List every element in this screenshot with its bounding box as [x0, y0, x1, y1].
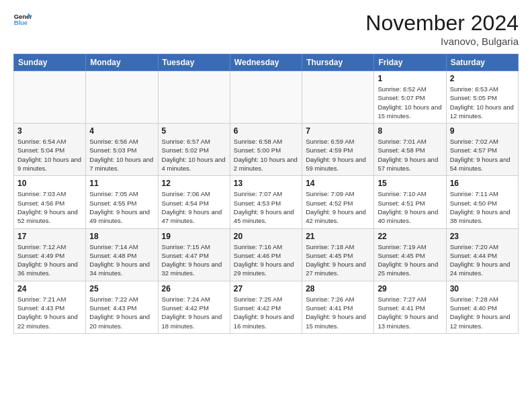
page: General Blue November 2024 Ivanovo, Bulg…	[0, 0, 532, 340]
day-number: 27	[234, 284, 298, 293]
day-info: Sunrise: 7:06 AM Sunset: 4:54 PM Dayligh…	[162, 189, 226, 225]
day-number: 8	[378, 126, 442, 136]
day-cell	[158, 71, 230, 124]
header-row: Sunday Monday Tuesday Wednesday Thursday…	[14, 54, 519, 71]
day-info: Sunrise: 7:26 AM Sunset: 4:41 PM Dayligh…	[306, 295, 370, 330]
day-cell: 24Sunrise: 7:21 AM Sunset: 4:43 PM Dayli…	[14, 281, 86, 333]
day-info: Sunrise: 7:18 AM Sunset: 4:45 PM Dayligh…	[306, 242, 370, 278]
day-cell: 15Sunrise: 7:10 AM Sunset: 4:51 PM Dayli…	[374, 176, 446, 228]
day-cell: 16Sunrise: 7:11 AM Sunset: 4:50 PM Dayli…	[446, 176, 518, 228]
day-cell: 11Sunrise: 7:05 AM Sunset: 4:55 PM Dayli…	[86, 176, 158, 228]
day-number: 18	[89, 232, 154, 241]
day-number: 12	[162, 179, 226, 188]
day-number: 17	[17, 232, 82, 241]
day-cell: 10Sunrise: 7:03 AM Sunset: 4:56 PM Dayli…	[14, 176, 86, 228]
day-cell: 26Sunrise: 7:24 AM Sunset: 4:42 PM Dayli…	[158, 281, 230, 333]
day-info: Sunrise: 7:05 AM Sunset: 4:55 PM Dayligh…	[89, 189, 154, 225]
col-wednesday: Wednesday	[230, 54, 302, 71]
day-cell: 18Sunrise: 7:14 AM Sunset: 4:48 PM Dayli…	[86, 228, 158, 281]
day-cell: 19Sunrise: 7:15 AM Sunset: 4:47 PM Dayli…	[158, 228, 230, 281]
day-number: 24	[17, 284, 82, 293]
day-number: 16	[450, 179, 515, 188]
day-cell: 12Sunrise: 7:06 AM Sunset: 4:54 PM Dayli…	[158, 176, 230, 228]
week-row-3: 17Sunrise: 7:12 AM Sunset: 4:49 PM Dayli…	[14, 228, 519, 281]
day-cell: 9Sunrise: 7:02 AM Sunset: 4:57 PM Daylig…	[446, 124, 518, 176]
header: General Blue November 2024 Ivanovo, Bulg…	[13, 11, 519, 47]
calendar-table: Sunday Monday Tuesday Wednesday Thursday…	[13, 54, 519, 334]
day-number: 7	[306, 126, 370, 136]
logo-icon: General Blue	[13, 11, 32, 30]
day-number: 1	[378, 74, 442, 83]
day-cell	[302, 71, 374, 124]
day-cell: 28Sunrise: 7:26 AM Sunset: 4:41 PM Dayli…	[302, 281, 374, 333]
day-cell: 22Sunrise: 7:19 AM Sunset: 4:45 PM Dayli…	[374, 228, 446, 281]
day-number: 29	[378, 284, 442, 293]
day-cell: 8Sunrise: 7:01 AM Sunset: 4:58 PM Daylig…	[374, 124, 446, 176]
svg-text:Blue: Blue	[14, 19, 28, 26]
day-number: 25	[89, 284, 154, 293]
day-number: 26	[162, 284, 226, 293]
col-thursday: Thursday	[302, 54, 374, 71]
day-info: Sunrise: 7:21 AM Sunset: 4:43 PM Dayligh…	[17, 295, 82, 330]
day-info: Sunrise: 7:10 AM Sunset: 4:51 PM Dayligh…	[378, 189, 442, 225]
day-number: 20	[234, 232, 298, 241]
day-info: Sunrise: 6:54 AM Sunset: 5:04 PM Dayligh…	[17, 137, 82, 173]
day-info: Sunrise: 6:57 AM Sunset: 5:02 PM Dayligh…	[162, 137, 226, 173]
day-cell: 21Sunrise: 7:18 AM Sunset: 4:45 PM Dayli…	[302, 228, 374, 281]
day-number: 19	[162, 232, 226, 241]
day-number: 15	[378, 179, 442, 188]
day-number: 2	[450, 74, 515, 83]
day-cell: 1Sunrise: 6:52 AM Sunset: 5:07 PM Daylig…	[374, 71, 446, 124]
month-title: November 2024	[365, 11, 519, 36]
day-number: 28	[306, 284, 370, 293]
col-sunday: Sunday	[14, 54, 86, 71]
day-info: Sunrise: 7:03 AM Sunset: 4:56 PM Dayligh…	[17, 189, 82, 225]
title-block: November 2024 Ivanovo, Bulgaria	[365, 11, 519, 47]
day-info: Sunrise: 7:16 AM Sunset: 4:46 PM Dayligh…	[234, 242, 298, 278]
day-info: Sunrise: 6:52 AM Sunset: 5:07 PM Dayligh…	[378, 85, 442, 120]
week-row-1: 3Sunrise: 6:54 AM Sunset: 5:04 PM Daylig…	[14, 124, 519, 176]
week-row-0: 1Sunrise: 6:52 AM Sunset: 5:07 PM Daylig…	[14, 71, 519, 124]
day-cell: 25Sunrise: 7:22 AM Sunset: 4:43 PM Dayli…	[86, 281, 158, 333]
day-info: Sunrise: 7:20 AM Sunset: 4:44 PM Dayligh…	[450, 242, 515, 278]
day-cell	[14, 71, 86, 124]
day-info: Sunrise: 7:12 AM Sunset: 4:49 PM Dayligh…	[17, 242, 82, 278]
day-number: 11	[89, 179, 154, 188]
day-info: Sunrise: 7:15 AM Sunset: 4:47 PM Dayligh…	[162, 242, 226, 278]
day-number: 13	[234, 179, 298, 188]
day-number: 10	[17, 179, 82, 188]
day-info: Sunrise: 7:02 AM Sunset: 4:57 PM Dayligh…	[450, 137, 515, 173]
day-info: Sunrise: 7:27 AM Sunset: 4:41 PM Dayligh…	[378, 295, 442, 330]
day-number: 4	[89, 126, 154, 136]
col-saturday: Saturday	[446, 54, 518, 71]
day-cell: 29Sunrise: 7:27 AM Sunset: 4:41 PM Dayli…	[374, 281, 446, 333]
day-number: 5	[162, 126, 226, 136]
day-number: 9	[450, 126, 515, 136]
day-cell	[230, 71, 302, 124]
day-cell: 27Sunrise: 7:25 AM Sunset: 4:42 PM Dayli…	[230, 281, 302, 333]
day-info: Sunrise: 7:14 AM Sunset: 4:48 PM Dayligh…	[89, 242, 154, 278]
day-info: Sunrise: 7:24 AM Sunset: 4:42 PM Dayligh…	[162, 295, 226, 330]
day-cell: 20Sunrise: 7:16 AM Sunset: 4:46 PM Dayli…	[230, 228, 302, 281]
day-cell: 23Sunrise: 7:20 AM Sunset: 4:44 PM Dayli…	[446, 228, 518, 281]
day-cell: 13Sunrise: 7:07 AM Sunset: 4:53 PM Dayli…	[230, 176, 302, 228]
week-row-4: 24Sunrise: 7:21 AM Sunset: 4:43 PM Dayli…	[14, 281, 519, 333]
day-number: 3	[17, 126, 82, 136]
day-info: Sunrise: 6:58 AM Sunset: 5:00 PM Dayligh…	[234, 137, 298, 173]
logo: General Blue	[13, 11, 32, 30]
col-tuesday: Tuesday	[158, 54, 230, 71]
day-cell	[86, 71, 158, 124]
day-info: Sunrise: 7:22 AM Sunset: 4:43 PM Dayligh…	[89, 295, 154, 330]
day-number: 23	[450, 232, 515, 241]
day-info: Sunrise: 7:01 AM Sunset: 4:58 PM Dayligh…	[378, 137, 442, 173]
day-info: Sunrise: 7:19 AM Sunset: 4:45 PM Dayligh…	[378, 242, 442, 278]
week-row-2: 10Sunrise: 7:03 AM Sunset: 4:56 PM Dayli…	[14, 176, 519, 228]
day-cell: 17Sunrise: 7:12 AM Sunset: 4:49 PM Dayli…	[14, 228, 86, 281]
day-info: Sunrise: 7:25 AM Sunset: 4:42 PM Dayligh…	[234, 295, 298, 330]
day-number: 6	[234, 126, 298, 136]
col-friday: Friday	[374, 54, 446, 71]
day-number: 21	[306, 232, 370, 241]
col-monday: Monday	[86, 54, 158, 71]
day-cell: 6Sunrise: 6:58 AM Sunset: 5:00 PM Daylig…	[230, 124, 302, 176]
day-cell: 4Sunrise: 6:56 AM Sunset: 5:03 PM Daylig…	[86, 124, 158, 176]
